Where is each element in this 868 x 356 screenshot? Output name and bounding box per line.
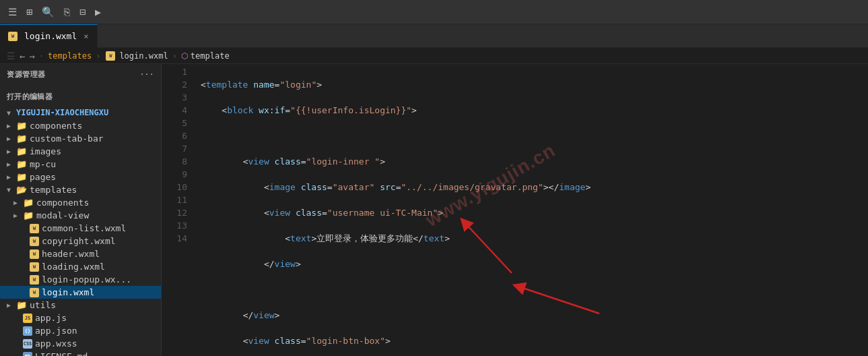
- punct-5b: =: [327, 182, 333, 192]
- attr-val-avatar: "avatar": [333, 182, 375, 192]
- editor-content[interactable]: 1 2 3 4 5 6 7 8 9 10 11 12 13 14 <templa…: [162, 64, 868, 356]
- folder-icon-mpcu: 📁: [16, 159, 27, 169]
- punct-1c: >: [316, 80, 322, 90]
- extensions-icon[interactable]: ⊟: [79, 6, 86, 18]
- sidebar-label-t-components: components: [36, 198, 89, 208]
- sidebar-item-header[interactable]: ▶ W header.wxml: [0, 247, 161, 260]
- punct-6a: <: [264, 208, 269, 218]
- nav-back-button[interactable]: ☰: [7, 51, 15, 61]
- folder-arrow-images: ▶: [7, 148, 15, 155]
- line-num-1: 1: [167, 65, 187, 78]
- punct-2a: <: [222, 105, 227, 115]
- sidebar-item-mpcu[interactable]: ▶ 📁 mp-cu: [0, 158, 161, 171]
- sidebar-label-loading: loading.wxml: [42, 262, 105, 272]
- folder-icon-images: 📁: [16, 146, 27, 156]
- breadcrumb-forward-icon[interactable]: →: [29, 51, 34, 61]
- sidebar-label-templates: templates: [30, 185, 77, 195]
- punct-7a: <: [285, 233, 290, 243]
- sidebar-item-copyright[interactable]: ▶ W copyright.wxml: [0, 235, 161, 247]
- sidebar-item-appjs[interactable]: ▶ JS app.js: [0, 312, 161, 324]
- breadcrumb-sep3: ›: [172, 51, 177, 61]
- sidebar-item-components[interactable]: ▶ 📁 components: [0, 119, 161, 132]
- sidebar-label-components: components: [30, 121, 82, 131]
- source-control-icon[interactable]: ⎘: [64, 6, 70, 18]
- folder-arrow-modal: ▶: [13, 212, 22, 219]
- folder-arrow-pages: ▶: [7, 173, 15, 181]
- line-num-2: 2: [167, 78, 187, 91]
- folder-arrow-templates: ▼: [7, 186, 15, 194]
- punct-6b: =: [322, 208, 327, 218]
- sidebar-item-login-popup[interactable]: ▶ W login-popup.wx...: [0, 273, 161, 286]
- breadcrumb-sep1: ·: [39, 51, 44, 61]
- folder-icon-templates: 📂: [16, 185, 27, 195]
- sidebar-label-license: LICENSE.md: [35, 351, 88, 356]
- line-num-4: 4: [167, 104, 187, 117]
- explorer-icon[interactable]: ⊞: [26, 6, 32, 18]
- punct-4b: =: [301, 156, 306, 167]
- sidebar-item-loading[interactable]: ▶ W loading.wxml: [0, 260, 161, 273]
- sidebar-item-appwxss[interactable]: ▶ CSS app.wxss: [0, 337, 161, 350]
- code-line-11: <view class="login-btn-box">: [201, 334, 868, 347]
- punct-11b: =: [301, 336, 306, 346]
- md-icon-license: MD: [23, 352, 32, 357]
- sidebar-item-templates[interactable]: ▼ 📂 templates: [0, 183, 161, 196]
- search-icon[interactable]: 🔍: [42, 6, 55, 18]
- wxml-icon-login-popup: W: [30, 275, 39, 285]
- wxml-icon-common: W: [30, 224, 39, 233]
- folder-arrow-mpcu: ▶: [7, 160, 15, 168]
- sidebar-label-login: login.wxml: [42, 287, 94, 297]
- attr-class-11: class: [269, 336, 301, 346]
- sidebar-item-appjson[interactable]: ▶ {} app.json: [0, 324, 161, 337]
- code-line-4: <view class="login-inner ">: [201, 155, 868, 168]
- punct-2c: >: [411, 105, 417, 115]
- sidebar-item-login-wxml[interactable]: ▶ W login.wxml: [0, 286, 161, 299]
- wxml-icon-loading: W: [30, 262, 39, 272]
- tab-label: login.wxml: [24, 31, 77, 41]
- project-name: YIGUJIN-XIAOCHENGXU: [16, 108, 108, 117]
- breadcrumb-filename[interactable]: login.wxml: [119, 51, 168, 61]
- project-arrow: ▼: [7, 109, 15, 117]
- punct-10b: >: [275, 310, 280, 320]
- section-open-editors: 打开的编辑器: [0, 85, 161, 106]
- sidebar-item-custom-tab-bar[interactable]: ▶ 📁 custom-tab-bar: [0, 132, 161, 145]
- sidebar-item-utils[interactable]: ▶ 📁 utils: [0, 299, 161, 312]
- line-num-14: 14: [167, 232, 187, 245]
- sidebar-item-templates-components[interactable]: ▶ 📁 components: [0, 196, 161, 209]
- line-num-6: 6: [167, 129, 187, 142]
- run-icon[interactable]: ▶: [95, 6, 101, 18]
- code-line-7: <text>立即登录，体验更多功能</text>: [201, 232, 868, 245]
- tab-close-button[interactable]: ×: [84, 32, 88, 41]
- attr-name: name: [248, 80, 274, 90]
- sidebar-label-utils: utils: [30, 300, 56, 310]
- folder-arrow-utils: ▶: [7, 301, 15, 309]
- line-num-8: 8: [167, 155, 187, 168]
- tab-bar: W login.wxml ×: [0, 24, 868, 48]
- code-line-9: [201, 283, 868, 296]
- sidebar-label-modal: modal-view: [36, 210, 89, 220]
- project-folder[interactable]: ▼ YIGUJIN-XIAOCHENGXU: [0, 106, 161, 119]
- tag-text-close: text: [424, 233, 444, 243]
- breadcrumb-symbol[interactable]: template: [191, 51, 230, 61]
- sidebar-label-login-popup: login-popup.wx...: [42, 274, 131, 285]
- breadcrumb-bar: ☰ ← → · templates › W login.wxml › ⬡ tem…: [0, 48, 868, 64]
- punct-5d: ></: [543, 182, 559, 192]
- sidebar-item-common-list[interactable]: ▶ W common-list.wxml: [0, 222, 161, 235]
- menu-icon[interactable]: ☰: [8, 6, 17, 18]
- sidebar-header: 资源管理器 ···: [0, 64, 161, 85]
- sidebar-more-icon[interactable]: ···: [140, 70, 154, 79]
- sidebar-item-images[interactable]: ▶ 📁 images: [0, 145, 161, 158]
- tag-text: text: [290, 233, 311, 243]
- wxml-file-icon: W: [8, 32, 18, 41]
- tag-view-close-10: view: [253, 310, 274, 320]
- breadcrumb-templates[interactable]: templates: [48, 51, 92, 61]
- attr-val-src: "../../images/gravatar.png": [401, 182, 543, 192]
- sidebar-item-modal-view[interactable]: ▶ 📁 modal-view: [0, 209, 161, 222]
- sidebar-item-license[interactable]: ▶ MD LICENSE.md: [0, 350, 161, 356]
- code-line-2: <block wx:if="{{!userInfo.isLogin}}">: [201, 104, 868, 117]
- sidebar-label-appjs: app.js: [35, 313, 67, 323]
- breadcrumb-back-icon[interactable]: ←: [20, 51, 25, 61]
- tab-login-wxml[interactable]: W login.wxml ×: [0, 24, 98, 48]
- folder-icon-custom: 📁: [16, 134, 27, 144]
- json-icon-app: {}: [23, 326, 32, 336]
- sidebar-item-pages[interactable]: ▶ 📁 pages: [0, 171, 161, 183]
